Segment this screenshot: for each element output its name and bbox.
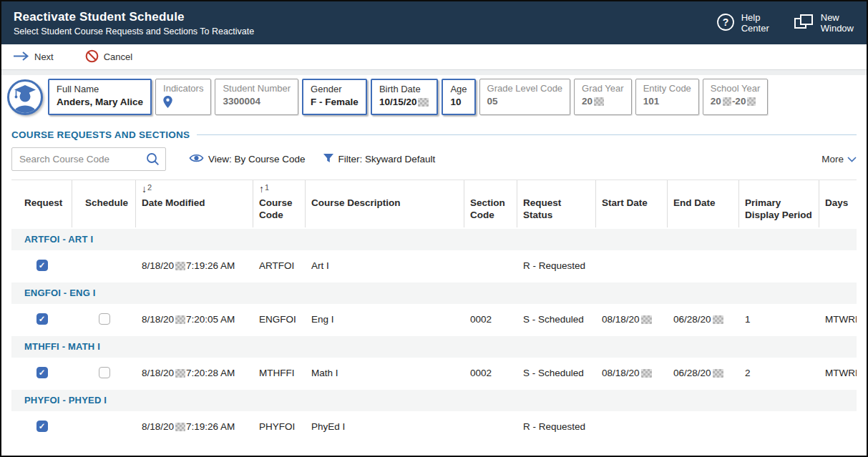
redacted-value [175, 369, 185, 378]
student-fields: Full NameAnders, Mary AliceIndicatorsStu… [48, 79, 768, 115]
course-code-cell: PHYFOI [253, 411, 306, 442]
column-header-schedule[interactable]: Schedule [72, 180, 136, 227]
request-checkbox[interactable]: ✓ [36, 421, 48, 432]
column-header-primary-display-period[interactable]: Primary Display Period [739, 180, 819, 227]
redacted-value [594, 97, 604, 106]
student-field-full-name[interactable]: Full NameAnders, Mary Alice [48, 79, 152, 115]
group-title: ARTFOI - ART I [24, 234, 93, 245]
request-checkbox[interactable]: ✓ [36, 313, 48, 325]
course-description-cell: Eng I [306, 304, 464, 335]
new-window-button[interactable]: New Window [794, 12, 854, 34]
field-value: 10/15/20 [379, 97, 430, 107]
search-input[interactable] [11, 147, 166, 171]
window-header: Reactivate Student Schedule Select Stude… [1, 1, 867, 44]
redacted-value [641, 315, 652, 324]
field-label: Indicators [163, 83, 203, 94]
view-label: View: By Course Code [208, 154, 306, 164]
request-status-cell: R - Requested [517, 250, 596, 281]
end-date-cell [668, 411, 739, 442]
column-header-section-code[interactable]: Section Code [464, 180, 517, 227]
section-code-cell [464, 250, 517, 281]
field-label: Age [450, 84, 467, 94]
column-header-request-status[interactable]: Request Status [517, 180, 596, 227]
student-field-indicators: Indicators [155, 79, 211, 115]
days-cell [819, 250, 857, 281]
student-avatar-icon [7, 79, 43, 115]
column-label: Course Code [259, 197, 301, 222]
primary-display-period-cell [739, 250, 819, 281]
schedule-checkbox[interactable] [99, 313, 110, 325]
start-date-cell: 08/18/20 [596, 304, 668, 335]
filter-selector[interactable]: Filter: Skyward Default [323, 153, 436, 165]
help-icon: ? [716, 13, 735, 34]
field-value: 10 [450, 97, 467, 107]
help-center-button[interactable]: ? Help Center [716, 12, 769, 34]
group-title: PHYFOI - PHYED I [24, 395, 107, 406]
field-label: Grade Level Code [487, 83, 563, 94]
section-header-row: COURSE REQUESTS AND SECTIONS [11, 129, 857, 140]
eye-icon [189, 153, 204, 165]
reactivate-student-schedule-window: Reactivate Student Schedule Select Stude… [0, 0, 868, 457]
help-center-label: Help Center [741, 12, 769, 34]
schedule-checkbox[interactable] [99, 367, 110, 378]
search-icon[interactable] [146, 152, 160, 168]
student-field-school-year: School Year20-20 [703, 79, 768, 115]
schedule-cell [72, 250, 136, 281]
primary-display-period-cell [739, 411, 819, 442]
column-header-course-code[interactable]: ↑1Course Code [253, 180, 306, 227]
redacted-value [175, 262, 185, 270]
redacted-value [175, 423, 185, 431]
sort-indicator: ↓2 [142, 183, 152, 196]
cancel-label: Cancel [104, 51, 132, 62]
group-title: MTHFFI - MATH I [24, 341, 100, 352]
map-pin-icon [163, 96, 203, 110]
schedule-cell [72, 411, 136, 442]
table-body: ARTFOI - ART I✓8/18/20 7:19:26 AMARTFOIA… [11, 229, 857, 442]
student-field-birth-date[interactable]: Birth Date10/15/20 [371, 79, 439, 115]
column-header-end-date[interactable]: End Date [668, 180, 739, 227]
search-wrapper [11, 147, 166, 171]
column-header-days[interactable]: Days [819, 180, 857, 227]
main-content: COURSE REQUESTS AND SECTIONS [1, 122, 867, 442]
course-description-cell: PhyEd I [306, 411, 464, 442]
student-field-gender[interactable]: GenderF - Female [302, 79, 367, 115]
redacted-value [723, 97, 731, 106]
schedule-cell [72, 304, 136, 335]
next-button[interactable]: Next [13, 51, 54, 64]
days-cell: MTWRF [819, 304, 857, 335]
more-button[interactable]: More [821, 154, 857, 164]
header-titles: Reactivate Student Schedule Select Stude… [14, 10, 254, 36]
next-label: Next [34, 51, 54, 62]
field-value: 20-20 [711, 96, 760, 107]
redacted-value [418, 98, 429, 107]
request-checkbox[interactable]: ✓ [36, 367, 48, 378]
course-description-cell: Art I [306, 250, 464, 281]
redacted-value [713, 369, 723, 378]
column-header-request[interactable]: Request [11, 180, 72, 227]
student-field-grade-level-code: Grade Level Code05 [479, 79, 571, 115]
view-selector[interactable]: View: By Course Code [189, 153, 306, 165]
field-label: Gender [311, 84, 359, 94]
redacted-value [747, 97, 756, 106]
column-header-date-modified[interactable]: ↓2Date Modified [136, 180, 253, 227]
cancel-button[interactable]: Cancel [85, 49, 132, 65]
course-code-cell: MTHFFI [253, 358, 306, 388]
column-label: Primary Display Period [745, 197, 814, 222]
request-status-cell: R - Requested [517, 411, 596, 442]
svg-text:?: ? [722, 16, 728, 28]
redacted-value [175, 315, 185, 324]
field-label: Birth Date [379, 84, 430, 94]
request-checkbox[interactable]: ✓ [36, 260, 48, 271]
section-divider [197, 134, 857, 135]
field-label: Full Name [57, 84, 143, 94]
student-field-age[interactable]: Age10 [442, 79, 475, 115]
column-header-start-date[interactable]: Start Date [596, 180, 668, 227]
section-title: COURSE REQUESTS AND SECTIONS [11, 129, 190, 140]
days-cell: MTWRF [819, 358, 857, 388]
student-field-grad-year: Grad Year20 [574, 79, 632, 115]
column-header-course-description[interactable]: Course Description [306, 180, 464, 227]
cancel-icon [85, 49, 99, 65]
column-label: Schedule [85, 197, 131, 210]
grid-controls-row: View: By Course Code Filter: Skyward Def… [11, 147, 857, 171]
course-code-cell: ENGFOI [253, 304, 306, 335]
